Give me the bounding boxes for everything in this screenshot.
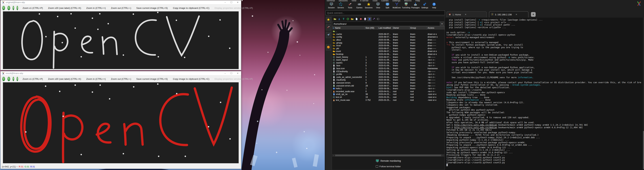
file-toolbar-newfolder-button[interactable] [350, 17, 354, 21]
file-toolbar-parentfolder-button[interactable] [333, 17, 337, 21]
toolbar-packages-button[interactable]: Packages [411, 2, 420, 10]
column-header-access[interactable]: Access [427, 26, 444, 30]
toolbar-button-zoom-x30[interactable]: Zoom x30 (see label) (CTRL+X) [48, 78, 81, 80]
new-tab-button[interactable]: + [531, 12, 536, 17]
image-canvas-result[interactable] [3, 82, 239, 163]
file-row-[interactable]: t.. [332, 30, 444, 33]
toolbar-button-copy-image-to-clipboard[interactable]: Copy image to clipboard (CTRL+C) [173, 7, 209, 9]
scroll-right-arrow[interactable]: › [442, 154, 444, 156]
path-input[interactable] [332, 22, 440, 26]
file-toolbar-book-button[interactable] [368, 17, 371, 21]
minimize-button[interactable]: – [224, 1, 226, 4]
maximize-button[interactable]: ☐ [230, 72, 232, 74]
file-row-test-music-wav[interactable]: test_music.wav3 7522025-03-25...rootroot… [332, 98, 444, 102]
toolbar-button-zoom-out[interactable]: Zoom out (CTRL+-) [111, 7, 131, 9]
toolbar-button-save-current-image[interactable]: Save current image (CTRL+S) [136, 78, 168, 80]
terminal-scrollbar[interactable] [643, 18, 644, 170]
pan-right-button[interactable]: → [8, 6, 10, 10]
column-header-group[interactable]: Group [410, 26, 427, 30]
pan-right-button[interactable]: → [8, 77, 10, 81]
pan-left-button[interactable]: ← [2, 77, 5, 81]
toolbar-games-button[interactable]: Games [355, 2, 364, 10]
file-row-recorded-audio-wav[interactable]: recorded_audio.wav02025-04-01...rootroot… [332, 90, 444, 93]
pan-left-button[interactable]: ← [2, 6, 5, 10]
toolbar-button-zoom-x30[interactable]: Zoom x30 (see label) (CTRL+X) [48, 7, 81, 9]
close-button[interactable]: ✕ [237, 72, 239, 74]
menu-view[interactable]: View [352, 0, 356, 2]
file-row-gnupg[interactable]: .gnupg2025-03-06...linarolinarodrwx-----… [332, 41, 444, 44]
sidebar-plane-button[interactable] [326, 32, 331, 38]
menu-macros[interactable]: Macros [404, 0, 412, 2]
close-button[interactable]: ✕ [237, 1, 239, 4]
terminal-output[interactable]: pip install [options] -r <requirements f… [445, 18, 644, 170]
file-row-bash-history[interactable]: .bash_history12025-08-07...linarolinaro-… [332, 56, 444, 58]
toolbar-sessions-button[interactable]: Sessions [364, 2, 374, 10]
sidebar-tools-button[interactable] [326, 24, 331, 30]
pan-down-button[interactable]: ↓ [16, 77, 18, 81]
file-row-iceauthority[interactable]: .ICEauthority02025-03-06...linarolinaro-… [332, 70, 444, 73]
follow-terminal-folder-option[interactable]: Follow terminal folder [332, 165, 444, 168]
remote-monitoring-button[interactable]: Remote monitoring [332, 159, 444, 162]
pan-up-button[interactable]: ↑ [12, 77, 14, 81]
toolbar-tunneling-button[interactable]: Tunneling [402, 2, 411, 10]
file-toolbar-delete-button[interactable] [359, 17, 363, 21]
toolbar-settings-button[interactable]: Settings [420, 2, 430, 10]
file-row-config[interactable]: .config2025-08-07...linarolinarodrwxrwxr… [332, 36, 444, 38]
maximize-button[interactable]: ☐ [230, 1, 232, 4]
toolbar-button-zoom-x1[interactable]: Zoom x1 (CTRL+P) [22, 78, 43, 80]
file-toolbar-miniterm-button[interactable] [376, 17, 380, 21]
horizontal-scrollbar[interactable]: ‹ › [332, 154, 444, 156]
terminal-tab-3-192-168-2-156[interactable]: 3. 192.168.2.156✕ [489, 12, 528, 18]
file-row-cache[interactable]: .cache2025-08-07...linarolinarodrwxr-xr-… [332, 33, 444, 36]
file-row-bash-logout[interactable]: .bash_logout12025-01-09...linarolinaro-r… [332, 58, 444, 62]
tab-close-icon[interactable]: ✕ [465, 13, 466, 16]
pan-down-button[interactable]: ↓ [16, 6, 18, 10]
toolbar-button-zoom-out[interactable]: Zoom out (CTRL+-) [111, 78, 131, 80]
titlebar-result[interactable]: result@linaro-alip – ☐ ✕ [0, 71, 241, 76]
toolbar-session-button[interactable]: Session [327, 2, 336, 10]
scroll-left-arrow[interactable]: ‹ [332, 154, 335, 156]
file-toolbar-upload-button[interactable] [342, 17, 346, 21]
file-toolbar-download-button[interactable] [337, 17, 341, 21]
toolbar-button-copy-image-to-clipboard[interactable]: Copy image to clipboard (CTRL+C) [173, 78, 209, 80]
file-row-face-icon[interactable]: .face.icon12025-01-09...linarolinarolrwx… [332, 67, 444, 70]
file-row-sudo-as-admin-successful[interactable]: .sudo_as_admin_successful02025-03-06...l… [332, 76, 444, 79]
file-row-profile[interactable]: .profile12025-01-09...linarolinaro-rw-r-… [332, 73, 444, 76]
menu-help[interactable]: Help [415, 0, 420, 2]
pan-up-button[interactable]: ↑ [12, 6, 14, 10]
menu-terminal[interactable]: Terminal [326, 0, 335, 2]
menu-games[interactable]: Games [381, 0, 388, 2]
file-toolbar-newfile-button[interactable] [354, 17, 358, 21]
column-header-name[interactable]: ▼Name [332, 26, 365, 30]
file-row-hello-c[interactable]: Chello.c12025-08-08...linarolinaro-rw-r-… [332, 87, 444, 90]
toolbar-view-button[interactable]: View [374, 2, 383, 10]
sidebar-star-button[interactable] [326, 17, 331, 23]
tab-close-icon[interactable]: ✕ [516, 13, 517, 16]
toolbar-button-zoom-x1[interactable]: Zoom x1 (CTRL+P) [22, 7, 43, 9]
toolbar-tools-button[interactable]: Tools [345, 2, 354, 10]
file-row-local[interactable]: .local2025-03-06...linarolinarodrwx-----… [332, 44, 444, 47]
follow-terminal-checkbox[interactable] [376, 165, 378, 168]
column-header-owner[interactable]: Owner [392, 26, 410, 30]
toolbar-button-save-current-image[interactable]: Save current image (CTRL+S) [136, 7, 168, 9]
file-row-xauthority[interactable]: .Xauthority12025-08-08...linarolinaro-rw… [332, 78, 444, 82]
toolbar-servers-button[interactable]: Servers [336, 2, 345, 10]
toolbar-help-button[interactable]: ?Help [430, 2, 439, 10]
file-toolbar-rename-button[interactable]: A [363, 17, 367, 21]
file-toolbar-refresh-button[interactable] [346, 17, 350, 21]
file-row-bashrc[interactable]: .bashrc32025-01-09...linarolinaro-rw-r--… [332, 62, 444, 64]
file-row-dbus[interactable]: .dbus2025-03-06...linarolinarodrwx------ [332, 38, 444, 42]
toolbar-split-button[interactable]: Split [383, 2, 392, 10]
menu-x-server[interactable]: X server [360, 0, 368, 2]
minimize-button[interactable]: – [224, 72, 226, 74]
toolbar-button-zoom-in[interactable]: Zoom in (CTRL++) [86, 78, 106, 80]
image-canvas-original[interactable] [3, 12, 239, 69]
menu-tools[interactable]: Tools [372, 0, 378, 2]
titlebar-original[interactable]: original@linaro-alip – ☐ ✕ [0, 0, 241, 4]
file-row-smdt-spi-rw[interactable]: smdt_spi_rw382025-03-25...rootroot-rwxr-… [332, 93, 444, 96]
quick-connect-input[interactable] [326, 12, 445, 14]
menu-settings[interactable]: Settings [392, 0, 400, 2]
file-row-xsession-errors[interactable]: .xsession-errors92025-08-08...linarolina… [332, 82, 444, 84]
toolbar-multiexec-button[interactable]: MultiExec [392, 2, 402, 10]
path-dropdown-button[interactable]: ▼ [440, 22, 444, 26]
